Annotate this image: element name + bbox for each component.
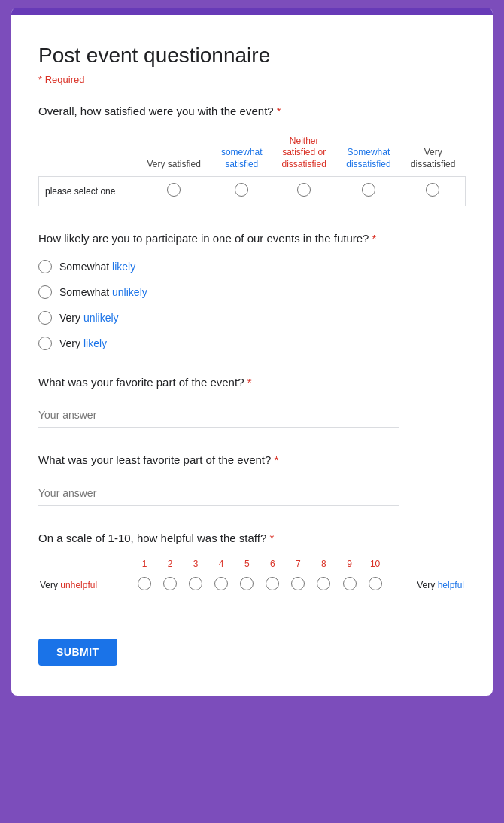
scale-num-8: 8 — [311, 559, 336, 574]
q2-radio-somewhat-likely[interactable] — [38, 260, 52, 273]
q2-section: How likely are you to participate in one… — [38, 230, 466, 350]
scale-radio-1[interactable] — [132, 574, 157, 596]
scale-num-4: 4 — [208, 559, 234, 574]
q2-radio-very-unlikely[interactable] — [38, 311, 52, 325]
scale-num-10: 10 — [363, 559, 388, 574]
scale-num-2: 2 — [157, 559, 183, 574]
scale-num-7: 7 — [285, 559, 311, 574]
q1-radio-neither[interactable] — [272, 177, 336, 206]
q2-label-very-likely: Very likely — [59, 337, 107, 349]
scale-num-1: 1 — [132, 559, 157, 574]
col-very-dissatisfied: Verydissatisfied — [401, 133, 466, 177]
q4-label: What was your least favorite part of the… — [38, 452, 466, 469]
scale-radio-4[interactable] — [208, 574, 234, 596]
scale-radio-9[interactable] — [336, 574, 362, 596]
q2-label: How likely are you to participate in one… — [38, 230, 466, 248]
required-note: * Required — [38, 74, 466, 85]
q3-label: What was your favorite part of the event… — [38, 374, 466, 392]
q2-option-very-unlikely[interactable]: Very unlikely — [38, 311, 466, 325]
q2-label-somewhat-unlikely: Somewhat unlikely — [59, 286, 147, 298]
submit-button[interactable]: SUBMIT — [38, 639, 117, 666]
scale-radio-8[interactable] — [311, 574, 336, 596]
col-somewhat-dissatisfied: Somewhatdissatisfied — [336, 133, 401, 177]
col-neither: Neithersatisfied ordissatisfied — [272, 133, 336, 177]
scale-radio-3[interactable] — [183, 574, 208, 596]
scale-min-label: Very unhelpful — [38, 574, 132, 596]
satisfaction-table: Very satisfied somewhatsatisfied Neither… — [38, 133, 466, 207]
q3-input[interactable] — [38, 403, 399, 428]
q1-radio-very-dissatisfied[interactable] — [401, 177, 466, 206]
q3-section: What was your favorite part of the event… — [38, 374, 466, 428]
scale-radio-2[interactable] — [157, 574, 183, 596]
q1-row: please select one — [39, 177, 466, 206]
scale-max-label: Very helpful — [388, 574, 466, 596]
q4-input[interactable] — [38, 481, 399, 506]
scale-num-9: 9 — [336, 559, 362, 574]
q3-required-star: * — [247, 376, 252, 389]
scale-num-6: 6 — [260, 559, 285, 574]
q2-required-star: * — [372, 232, 377, 245]
scale-radio-6[interactable] — [260, 574, 285, 596]
q5-label: On a scale of 1-10, how helpful was the … — [38, 530, 466, 547]
scale-num-3: 3 — [183, 559, 208, 574]
q4-section: What was your least favorite part of the… — [38, 452, 466, 506]
q2-label-very-unlikely: Very unlikely — [59, 312, 119, 324]
col-somewhat-satisfied: somewhatsatisfied — [211, 133, 272, 177]
q1-radio-very-satisfied[interactable] — [136, 177, 211, 206]
scale-row: Very unhelpful Very helpful — [38, 574, 466, 596]
q2-option-very-likely[interactable]: Very likely — [38, 337, 466, 350]
q5-section: On a scale of 1-10, how helpful was the … — [38, 530, 466, 597]
scale-num-5: 5 — [234, 559, 260, 574]
scale-radio-5[interactable] — [234, 574, 260, 596]
form-card: Post event questionnaire * Required Over… — [11, 8, 493, 696]
q2-radio-somewhat-unlikely[interactable] — [38, 285, 52, 299]
q1-radio-somewhat-satisfied[interactable] — [211, 177, 272, 206]
q2-label-somewhat-likely: Somewhat likely — [59, 261, 135, 273]
q2-option-somewhat-unlikely[interactable]: Somewhat unlikely — [38, 285, 466, 299]
q1-label: Overall, how satisfied were you with the… — [38, 103, 466, 120]
col-very-satisfied: Very satisfied — [136, 133, 211, 177]
scale-table: 1 2 3 4 5 6 7 8 9 10 Very unhelpful — [38, 559, 466, 596]
scale-radio-10[interactable] — [363, 574, 388, 596]
q1-radio-somewhat-dissatisfied[interactable] — [336, 177, 401, 206]
q2-radio-very-likely[interactable] — [38, 337, 52, 350]
q1-section: Overall, how satisfied were you with the… — [38, 103, 466, 206]
q2-option-somewhat-likely[interactable]: Somewhat likely — [38, 260, 466, 273]
q1-row-label: please select one — [39, 177, 137, 206]
q5-required-star: * — [269, 532, 274, 544]
scale-radio-7[interactable] — [285, 574, 311, 596]
q1-required-star: * — [277, 105, 281, 117]
q4-required-star: * — [275, 453, 279, 466]
form-title: Post event questionnaire — [38, 44, 466, 68]
